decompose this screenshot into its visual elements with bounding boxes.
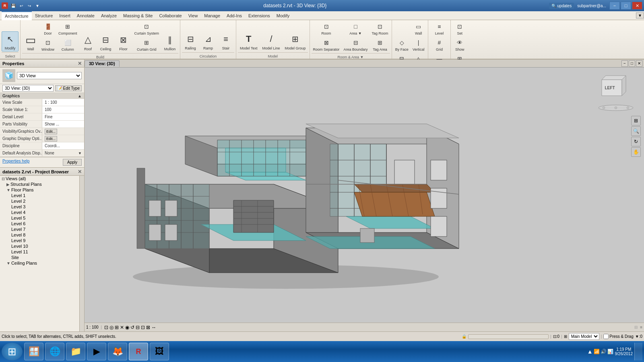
ribbon-tool-tag-area[interactable]: ⊞ Tag Area	[370, 37, 390, 52]
menu-architecture[interactable]: Architecture	[2, 11, 32, 20]
vp-icon-1[interactable]: ⊡	[104, 325, 108, 330]
vp-close-btn[interactable]: ✕	[636, 60, 642, 67]
vp-min-btn[interactable]: −	[621, 60, 628, 67]
tree-item-site[interactable]: Site	[0, 255, 79, 260]
ribbon-tool-room[interactable]: ⊡ Room	[312, 21, 341, 36]
ribbon-tool-roof[interactable]: △ Roof	[80, 32, 97, 52]
close-button[interactable]: ✕	[632, 2, 642, 10]
menu-collaborate[interactable]: Collaborate	[156, 11, 185, 20]
taskbar-btn-folder[interactable]: 📁	[66, 343, 85, 360]
taskbar-btn-revit[interactable]: R	[129, 343, 148, 360]
menu-extensions[interactable]: Extensions	[245, 11, 273, 20]
tree-item-level-4[interactable]: Level 4	[0, 210, 79, 215]
vp-icon-3[interactable]: ⊞	[115, 325, 119, 330]
properties-close[interactable]: ✕	[78, 61, 82, 66]
view-select[interactable]: 3D View: {3D}	[2, 85, 54, 92]
prop-value-parts-visibility[interactable]: Show ...	[42, 121, 84, 128]
tree-item-views-all[interactable]: ⊟ Views (all)	[0, 176, 79, 181]
ribbon-tool-column[interactable]: ⬜ Column	[57, 37, 79, 52]
graphics-section[interactable]: Graphics ▲	[0, 93, 84, 99]
ribbon-tool-curtain-system[interactable]: ⊡ Curtain System	[133, 21, 161, 36]
qa-save[interactable]: 💾	[10, 2, 17, 9]
ribbon-tool-tag-room[interactable]: ⊡ Tag Room	[370, 21, 390, 36]
ribbon-tool-floor[interactable]: ⊠ Floor	[115, 32, 132, 52]
ribbon-tool-railing[interactable]: ⊟ Railing	[182, 31, 199, 51]
vp-icon-2[interactable]: ◎	[109, 325, 114, 330]
minimize-button[interactable]: −	[609, 2, 620, 10]
edit-type-button[interactable]: 📝 Edit Type	[55, 85, 82, 91]
graphic-display-edit-btn[interactable]: Edit...	[45, 136, 57, 142]
prop-value-view-scale[interactable]: 1 : 100	[42, 99, 84, 106]
prop-value-scale-value[interactable]: 100	[42, 106, 84, 113]
ribbon-tool-set[interactable]: ⊡ Set	[452, 21, 467, 36]
menu-addins[interactable]: Add-Ins	[223, 11, 245, 20]
ribbon-tool-vertical[interactable]: | Vertical	[411, 37, 426, 52]
ribbon-tool-grid[interactable]: # Grid	[430, 37, 449, 52]
ribbon-tool-room-separator[interactable]: ⊠ Room Separator	[312, 37, 341, 52]
browser-scrollbar[interactable]	[79, 176, 84, 331]
menu-modify[interactable]: Modify	[273, 11, 293, 20]
prop-value-discipline[interactable]: Coordi...	[42, 142, 84, 149]
vp-icon-9[interactable]: ⊠	[146, 325, 150, 330]
qa-dropdown[interactable]: ▼	[34, 2, 41, 9]
tree-item-level-1[interactable]: Level 1	[0, 193, 79, 198]
ribbon-tool-component[interactable]: ⊞ Component	[57, 21, 79, 36]
vp-icon-5[interactable]: ◉	[125, 325, 129, 330]
tree-item-level-6[interactable]: Level 6	[0, 221, 79, 226]
tree-item-level-2[interactable]: Level 2	[0, 198, 79, 204]
ribbon-tool-stair[interactable]: ≡ Stair	[217, 31, 234, 51]
ribbon-tool-window[interactable]: ⊡ Window	[40, 37, 56, 52]
ribbon-tool-door[interactable]: 🚪 Door	[40, 21, 56, 36]
prop-value-detail-level[interactable]: Fine	[42, 113, 84, 120]
search-box[interactable]: 🔍 updates	[551, 4, 572, 8]
menu-annotate[interactable]: Annotate	[74, 11, 98, 20]
nav-zoom-in[interactable]: 🔍	[631, 126, 641, 136]
tree-item-structural-plans[interactable]: ▶ Structural Plans	[0, 181, 79, 187]
properties-help-link[interactable]: Properties help	[2, 159, 29, 166]
ribbon-tool-wall-open[interactable]: ▭ Wall	[411, 21, 426, 36]
tree-item-floor-plans[interactable]: ▼ Floor Plans	[0, 187, 79, 193]
panel-toggle-btn[interactable]: ▼	[636, 12, 644, 19]
nav-zoom-extents[interactable]: ⊞	[631, 116, 641, 125]
menu-analyze[interactable]: Analyze	[98, 11, 120, 20]
vp-icon-7[interactable]: ⊟	[136, 325, 140, 330]
taskbar-btn-image[interactable]: 🖼	[150, 343, 169, 360]
ribbon-tool-by-face[interactable]: ◇ By Face	[394, 37, 410, 52]
start-button[interactable]: ⊞	[2, 343, 23, 360]
tree-item-level-7[interactable]: Level 7	[0, 226, 79, 232]
vp-restore-btn[interactable]: □	[629, 60, 635, 67]
ribbon-tool-modify[interactable]: ↖ Modify	[2, 31, 19, 51]
ribbon-tool-curtain-grid[interactable]: ⊞ Curtain Grid	[133, 37, 161, 52]
ribbon-tool-mullion[interactable]: ∥ Mullion	[161, 32, 178, 52]
prop-type-select[interactable]: 3D View	[17, 72, 82, 79]
model-select[interactable]: Main Model	[569, 333, 599, 340]
viewcube-box[interactable]: LEFT	[596, 72, 628, 104]
nav-orbit[interactable]: ↻	[631, 137, 641, 146]
tree-item-level-5[interactable]: Level 5	[0, 215, 79, 221]
ribbon-tool-level[interactable]: ≡ Level	[430, 21, 449, 36]
menu-massing[interactable]: Massing & Site	[120, 11, 156, 20]
ribbon-tool-wall[interactable]: ▭ Wall	[22, 32, 39, 52]
browser-close[interactable]: ✕	[78, 169, 82, 175]
taskbar-btn-ie[interactable]: 🌐	[45, 343, 64, 360]
vis-graphics-edit-btn[interactable]: Edit...	[45, 129, 57, 134]
ribbon-tool-ramp[interactable]: ⊿ Ramp	[200, 31, 217, 51]
ribbon-tool-ceiling[interactable]: ⊟ Ceiling	[97, 32, 114, 52]
ribbon-tool-model-line[interactable]: / Model Line	[260, 31, 282, 51]
taskbar-btn-firefox[interactable]: 🦊	[108, 343, 127, 360]
tree-item-level-3[interactable]: Level 3	[0, 204, 79, 210]
ribbon-tool-area[interactable]: □ Area ▼	[342, 21, 369, 36]
menu-manage[interactable]: Manage	[201, 11, 223, 20]
viewcube[interactable]: LEFT	[596, 72, 636, 112]
ribbon-tool-area-boundary[interactable]: ⊟ Area Boundary	[342, 37, 369, 52]
ribbon-tool-show[interactable]: 👁 Show	[452, 37, 467, 52]
tree-item-level-11[interactable]: Level 11	[0, 249, 79, 255]
tree-item-level-9[interactable]: Level 9	[0, 238, 79, 243]
menu-structure[interactable]: Structure	[32, 11, 56, 20]
show-desktop-btn[interactable]	[634, 343, 642, 360]
maximize-button[interactable]: □	[621, 2, 631, 10]
ribbon-tool-model-group[interactable]: ⊞ Model Group	[283, 31, 308, 51]
taskbar-btn-media[interactable]: ▶	[87, 343, 106, 360]
ribbon-tool-model-text[interactable]: T Model Text	[238, 31, 259, 51]
vp-icon-8[interactable]: ⊡	[141, 325, 145, 330]
